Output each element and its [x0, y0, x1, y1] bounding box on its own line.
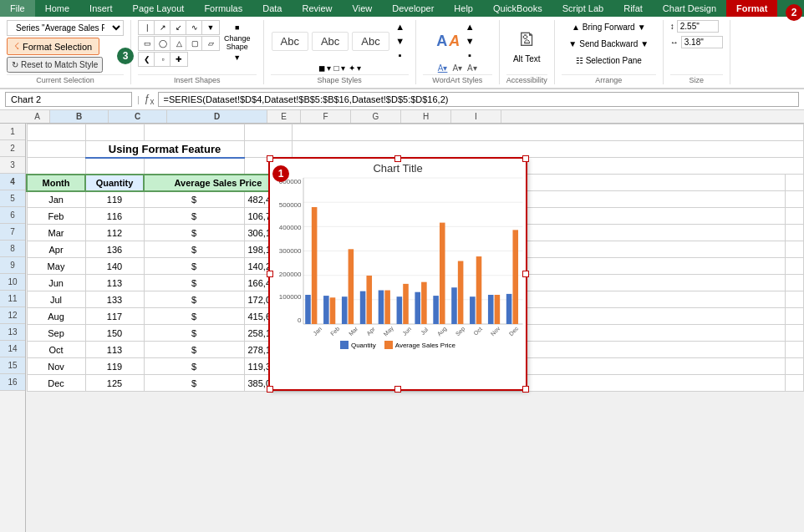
cell-f9[interactable] — [785, 258, 803, 275]
cell-f6[interactable] — [785, 208, 803, 225]
cell-month-8[interactable]: Apr — [27, 241, 85, 258]
cell-month-15[interactable]: Nov — [27, 358, 85, 375]
cell-month-7[interactable]: Mar — [27, 225, 85, 241]
col-header-h[interactable]: H — [401, 110, 451, 123]
width-input[interactable] — [681, 36, 723, 48]
cell-qty-16[interactable]: 125 — [85, 375, 144, 392]
cell-f11[interactable] — [785, 291, 803, 308]
cell-qty-10[interactable]: 113 — [85, 275, 144, 291]
wordart-down-btn[interactable]: ▼ — [461, 34, 478, 48]
series-dropdown[interactable]: Series "Average Sales Pri... — [7, 20, 124, 36]
cell-month-10[interactable]: Jun — [27, 275, 85, 291]
resize-handle-tl[interactable] — [267, 155, 273, 162]
cell-c1[interactable] — [85, 124, 144, 141]
tab-rifat[interactable]: Rifat — [613, 0, 653, 17]
cell-f16[interactable] — [785, 375, 803, 392]
resize-handle-tr[interactable] — [522, 155, 529, 162]
cell-month-13[interactable]: Sep — [27, 325, 85, 342]
resize-handle-bl[interactable] — [267, 386, 273, 393]
col-header-c[interactable]: C — [109, 110, 167, 123]
cell-qty-5[interactable]: 119 — [85, 191, 144, 208]
cell-dollar-6[interactable]: $ — [144, 208, 244, 225]
cell-f14[interactable] — [785, 342, 803, 358]
chart-container[interactable]: Chart Title 600000 500000 400000 300000 … — [268, 157, 527, 391]
shape-cross-btn[interactable]: ✚ — [170, 52, 188, 67]
cell-b3[interactable] — [27, 158, 85, 175]
cell-reference-box[interactable] — [5, 92, 132, 107]
cell-f15[interactable] — [785, 358, 803, 375]
styles-down-btn[interactable]: ▼ — [392, 34, 409, 48]
wordart-up-btn[interactable]: ▲ — [461, 20, 478, 33]
selection-pane-button[interactable]: ☷ Selection Pane — [570, 53, 648, 68]
col-header-i[interactable]: I — [451, 110, 501, 123]
cell-d3[interactable] — [144, 158, 244, 175]
cell-dollar-16[interactable]: $ — [144, 375, 244, 392]
resize-handle-ml[interactable] — [267, 271, 273, 277]
cell-qty-14[interactable]: 113 — [85, 342, 144, 358]
tab-scriptlab[interactable]: Script Lab — [552, 0, 614, 17]
formula-input[interactable] — [158, 92, 799, 107]
resize-handle-bc[interactable] — [394, 386, 401, 393]
cell-dollar-13[interactable]: $ — [144, 325, 244, 342]
cell-qty-15[interactable]: 119 — [85, 358, 144, 375]
cell-f8[interactable] — [785, 241, 803, 258]
cell-dollar-9[interactable]: $ — [144, 258, 244, 275]
height-input[interactable] — [677, 20, 719, 33]
cell-f1[interactable] — [293, 124, 804, 141]
resize-handle-tc[interactable] — [394, 155, 401, 162]
shape-more-btn[interactable]: ▼ — [201, 20, 220, 35]
cell-month-6[interactable]: Feb — [27, 208, 85, 225]
cell-qty-8[interactable]: 136 — [85, 241, 144, 258]
tab-review[interactable]: Review — [292, 0, 342, 17]
cell-month-14[interactable]: Oct — [27, 342, 85, 358]
cell-dollar-12[interactable]: $ — [144, 308, 244, 325]
cell-dollar-10[interactable]: $ — [144, 275, 244, 291]
col-header-f[interactable]: F — [301, 110, 351, 123]
tab-insert[interactable]: Insert — [79, 0, 123, 17]
cell-qty-9[interactable]: 140 — [85, 258, 144, 275]
resize-handle-mr[interactable] — [522, 271, 529, 277]
cell-month-16[interactable]: Dec — [27, 375, 85, 392]
cell-month-12[interactable]: Aug — [27, 308, 85, 325]
cell-f12[interactable] — [785, 308, 803, 325]
tab-chart-design[interactable]: Chart Design — [653, 0, 726, 17]
cell-dollar-15[interactable]: $ — [144, 358, 244, 375]
tab-home[interactable]: Home — [35, 0, 79, 17]
tab-view[interactable]: View — [343, 0, 383, 17]
resize-handle-br[interactable] — [522, 386, 529, 393]
col-header-e[interactable]: E — [267, 110, 301, 123]
col-header-b[interactable]: B — [50, 110, 109, 123]
col-header-a[interactable]: A — [25, 110, 50, 123]
cell-f2[interactable] — [293, 141, 804, 158]
tab-format[interactable]: Format — [726, 0, 777, 17]
tab-file[interactable]: File — [0, 0, 35, 17]
cell-e1[interactable] — [244, 124, 293, 141]
tab-developer[interactable]: Developer — [382, 0, 444, 17]
tab-data[interactable]: Data — [252, 0, 292, 17]
cell-dollar-7[interactable]: $ — [144, 225, 244, 241]
cell-qty-12[interactable]: 117 — [85, 308, 144, 325]
cell-d1[interactable] — [144, 124, 244, 141]
styles-more-btn[interactable]: ▪ — [392, 48, 409, 62]
change-shape-button[interactable]: ■ ChangeShape ▼ — [218, 21, 257, 67]
tab-quickbooks[interactable]: QuickBooks — [483, 0, 552, 17]
bring-forward-button[interactable]: ▲ Bring Forward ▼ — [566, 20, 652, 34]
cell-qty-13[interactable]: 150 — [85, 325, 144, 342]
cell-b1[interactable] — [27, 124, 85, 141]
cell-dollar-11[interactable]: $ — [144, 291, 244, 308]
cell-dollar-5[interactable]: $ — [144, 191, 244, 208]
cell-f13[interactable] — [785, 325, 803, 342]
cell-qty-7[interactable]: 112 — [85, 225, 144, 241]
col-header-g[interactable]: G — [351, 110, 401, 123]
cell-b2[interactable] — [27, 141, 85, 158]
cell-f4[interactable] — [785, 175, 803, 191]
shape-para-btn[interactable]: ▱ — [201, 36, 220, 51]
cell-qty-6[interactable]: 116 — [85, 208, 144, 225]
format-selection-button[interactable]: ☇ Format Selection — [7, 38, 99, 55]
abc-btn-2[interactable]: Abc — [312, 32, 349, 51]
tab-formulas[interactable]: Formulas — [194, 0, 252, 17]
abc-btn-1[interactable]: Abc — [272, 32, 308, 51]
cell-dollar-14[interactable]: $ — [144, 342, 244, 358]
styles-up-btn[interactable]: ▲ — [392, 20, 409, 33]
tab-help[interactable]: Help — [444, 0, 483, 17]
